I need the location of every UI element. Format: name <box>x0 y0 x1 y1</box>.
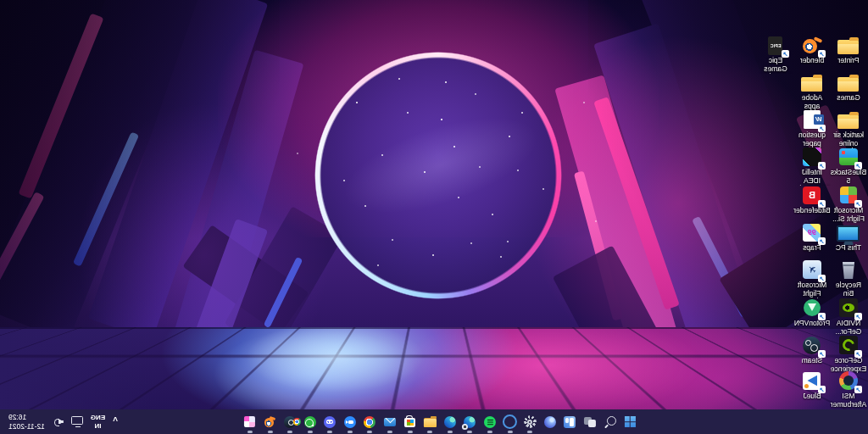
windows-start-icon <box>625 416 636 427</box>
desktop-icon-this-pc[interactable]: This PC <box>830 221 867 253</box>
language-line1: ENG <box>91 414 105 422</box>
edge-profile-icon <box>464 416 476 428</box>
shortcut-arrow-icon: ↗ <box>818 50 826 58</box>
shortcut-arrow-icon: ↗ <box>854 200 862 208</box>
search-button[interactable] <box>600 409 620 434</box>
epic-logo-text: EPIC <box>771 43 782 48</box>
desktop-icon-label: Fraps <box>803 244 821 253</box>
desktop-icon-blender[interactable]: ↗ blender <box>793 34 831 65</box>
blender-icon <box>264 416 275 427</box>
shortcut-arrow-icon: ↗ <box>818 237 826 245</box>
tray-time: 16:29 <box>8 413 26 422</box>
desktop-icon-label: This PC <box>836 244 861 253</box>
desktop-icon-bluestacks-5[interactable]: ↗ BlueStacks 5 <box>830 146 867 185</box>
edge-profile-button[interactable] <box>460 409 481 434</box>
widgets-button[interactable] <box>560 409 581 434</box>
desktop-icon-label: blender <box>800 57 824 65</box>
desktop-icon-label: Epic Games Launcher <box>757 57 794 74</box>
desktop-icon-label: Recycle Bin <box>830 281 867 298</box>
desktop-icon-label: Microsoft Flight Simu... <box>793 281 831 298</box>
file-explorer-button[interactable] <box>420 409 440 434</box>
network-icon[interactable] <box>71 416 83 425</box>
microsoft-store-button[interactable] <box>400 409 420 434</box>
edge-icon <box>444 416 456 428</box>
folder-icon <box>838 40 860 54</box>
recycle-bin-icon <box>842 262 855 279</box>
zoom-button[interactable] <box>340 409 360 434</box>
folder-icon <box>838 114 860 129</box>
start-button[interactable] <box>620 409 640 434</box>
desktop-icon-epic-games-launcher[interactable]: EPIC↗ Epic Games Launcher <box>757 34 794 74</box>
desktop-icon-microsoft-flight-si[interactable]: ↗ Microsoft Flight Si... <box>830 184 867 223</box>
mail-button[interactable] <box>380 409 400 434</box>
folder-icon <box>802 77 823 92</box>
epic-games-icon: EPIC <box>769 36 783 55</box>
blue-ring-icon <box>503 415 517 429</box>
search-icon <box>607 416 616 426</box>
ring-app-button[interactable] <box>500 409 520 434</box>
spotify-icon <box>484 416 496 428</box>
shortcut-arrow-icon: ↗ <box>818 125 826 132</box>
desktop-icon-label: Games <box>837 94 860 103</box>
desktop-icon-label: Printer <box>837 57 859 65</box>
desktop-icon-label: Bitdefender <box>793 207 830 215</box>
desktop-icon-intellij-idea[interactable]: ↗ IntelliJ IDEA Communi... <box>793 146 831 186</box>
desktop-icon-fraps[interactable]: 99↗ Fraps <box>793 221 831 253</box>
desktop-icon-printer[interactable]: Printer <box>830 34 867 65</box>
widgets-icon <box>564 416 576 428</box>
desktop-icon-kartick-sir-online-class[interactable]: kartick sir online class <box>830 108 867 148</box>
desktop-screen: Printer Games kartick sir online class ↗… <box>0 0 868 434</box>
task-view-button[interactable] <box>580 409 600 434</box>
zoom-icon <box>344 416 356 428</box>
tray-date: 12-11-2021 <box>8 422 45 431</box>
chrome-icon <box>364 416 376 428</box>
system-tray: ^ ENG IN 16:29 12-11-2021 <box>0 409 118 434</box>
desktop-icon-games[interactable]: Games <box>830 71 867 103</box>
word-w-badge: W <box>814 114 824 125</box>
cortana-button[interactable] <box>540 409 560 434</box>
shortcut-arrow-icon: ↗ <box>818 313 826 320</box>
discord-icon <box>324 416 336 428</box>
this-pc-icon <box>837 225 860 242</box>
fraps-button[interactable] <box>240 409 260 434</box>
shortcut-arrow-icon: ↗ <box>854 313 862 320</box>
desktop-icon-adobe-apps[interactable]: Adobe apps <box>793 71 831 110</box>
desktop-icon-label: IntelliJ IDEA Communi... <box>793 169 831 186</box>
desktop-icon-question-paper[interactable]: W↗ question paper debe... <box>793 108 831 148</box>
language-indicator[interactable]: ENG IN <box>91 414 105 430</box>
desktop-icon-bitdefender[interactable]: B↗ Bitdefender <box>793 184 831 215</box>
whatsapp-icon <box>304 416 316 428</box>
gear-icon <box>524 415 537 428</box>
desktop-icon-label: BlueStacks 5 <box>830 169 867 185</box>
volume-icon[interactable] <box>53 418 64 426</box>
desktop-icon-recycle-bin[interactable]: Recycle Bin <box>830 259 867 298</box>
tray-chevron[interactable]: ^ <box>113 416 118 426</box>
mail-icon <box>384 418 396 426</box>
shortcut-arrow-icon: ↗ <box>854 162 862 170</box>
discord-button[interactable] <box>320 409 340 434</box>
desktop-icon-protonvpn[interactable]: ↗ ProtonVPN <box>793 297 831 328</box>
chrome-button[interactable] <box>360 409 381 434</box>
fraps-99: 99 <box>808 228 816 236</box>
edge-button[interactable] <box>440 409 460 434</box>
settings-button[interactable] <box>520 409 540 434</box>
clock[interactable]: 16:29 12-11-2021 <box>8 413 45 431</box>
shortcut-arrow-icon: ↗ <box>782 50 789 58</box>
language-line2: IN <box>95 422 102 431</box>
fraps-icon <box>244 416 255 427</box>
bitdefender-b: B <box>809 190 815 200</box>
shortcut-arrow-icon: ↗ <box>818 162 826 170</box>
steam-button[interactable] <box>280 409 300 434</box>
blender-button[interactable] <box>260 409 281 434</box>
desktop-icon-microsoft-flight-simu[interactable]: ↗ Microsoft Flight Simu... <box>793 259 831 298</box>
spotify-button[interactable] <box>480 409 500 434</box>
whatsapp-button[interactable] <box>300 409 320 434</box>
taskbar-app-group <box>240 409 640 434</box>
cortana-icon <box>544 416 556 428</box>
reflective-floor <box>0 327 868 409</box>
shortcut-arrow-icon: ↗ <box>818 200 826 208</box>
microsoft-store-icon <box>404 418 415 427</box>
shortcut-arrow-icon: ↗ <box>818 275 826 282</box>
folder-icon <box>838 77 860 92</box>
taskbar: ^ ENG IN 16:29 12-11-2021 <box>0 409 868 434</box>
